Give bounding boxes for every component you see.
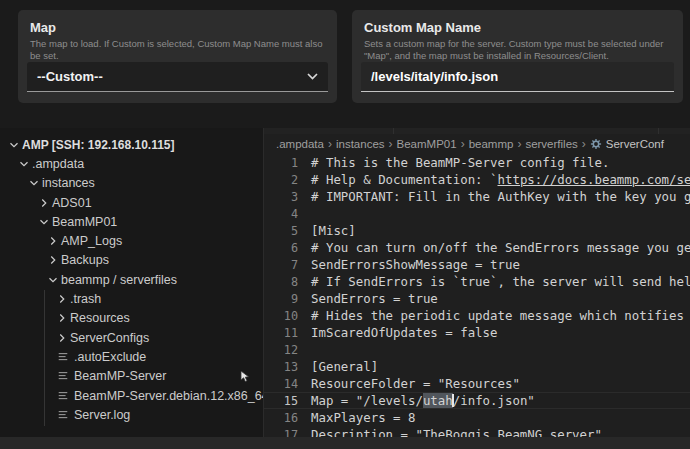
breadcrumb-item[interactable]: instances [336, 138, 385, 150]
tree-item-beammp-server[interactable]: BeamMP-Server [0, 367, 263, 386]
line-number: 17 [264, 428, 298, 438]
gear-icon [590, 138, 602, 150]
tree-item-instances[interactable]: instances [0, 174, 263, 193]
tree-item-label: AMP_Logs [61, 234, 122, 248]
code-line[interactable]: 16MaxPlayers = 8 [264, 409, 690, 426]
breadcrumb-separator-icon: › [582, 137, 586, 151]
code-line[interactable]: 3# IMPORTANT: Fill in the AuthKey with t… [264, 188, 690, 205]
tree-item-label: beammp / serverfiles [61, 273, 177, 287]
code-text: SendErrorsShowMessage = true [311, 257, 520, 272]
code-line[interactable]: 14ResourceFolder = "Resources" [264, 375, 690, 392]
breadcrumb-item[interactable]: serverfiles [525, 138, 577, 150]
line-number: 9 [264, 292, 298, 306]
chevron-right-icon[interactable] [54, 310, 70, 326]
code-line[interactable]: 6# You can turn on/off the SendErrors me… [264, 239, 690, 256]
line-number: 1 [264, 156, 298, 170]
code-line[interactable]: 5[Misc] [264, 222, 690, 239]
tree-item-serverconfigs[interactable]: ServerConfigs [0, 328, 263, 347]
tree-item-amp-root[interactable]: AMP [SSH: 192.168.10.115] [0, 135, 263, 154]
tree-item-label: AMP [SSH: 192.168.10.115] [22, 138, 175, 152]
code-line[interactable]: 10# Hides the periodic update message wh… [264, 307, 690, 324]
custom-map-name-input[interactable]: /levels/italy/info.json [361, 62, 674, 92]
breadcrumb-separator-icon: › [328, 137, 332, 151]
file-explorer: AMP [SSH: 192.168.10.115] .ampdata insta… [0, 128, 263, 437]
code-post: /info.json" [453, 393, 535, 408]
chevron-down-icon[interactable] [26, 175, 42, 191]
breadcrumb-separator-icon: › [461, 137, 465, 151]
tree-item-resources[interactable]: Resources [0, 309, 263, 328]
tree-item-trash[interactable]: .trash [0, 289, 263, 308]
tree-item-ampdata[interactable]: .ampdata [0, 154, 263, 173]
tree-item-server-log[interactable]: Server.log [0, 405, 263, 424]
code-line[interactable]: 1# This is the BeamMP-Server config file… [264, 154, 690, 171]
tree-item-label: .trash [70, 292, 101, 306]
mouse-pointer-icon [240, 371, 250, 386]
tree-item-label: BeamMP-Server [74, 369, 166, 383]
chevron-right-icon[interactable] [54, 330, 70, 346]
code-text: Description = "TheBoggis BeamNG server" [311, 427, 602, 437]
code-text: # Help & Documentation: `https://docs.be… [311, 172, 690, 187]
map-setting-card: Map The map to load. If Custom is select… [18, 10, 337, 103]
line-number: 15 [264, 394, 298, 408]
breadcrumb-separator-icon: › [517, 137, 521, 151]
line-number: 11 [264, 326, 298, 340]
line-number: 6 [264, 241, 298, 255]
chevron-down-icon[interactable] [16, 156, 32, 172]
tree-item-beammp-server-debian[interactable]: BeamMP-Server.debian.12.x86_64 [0, 386, 263, 405]
line-number: 13 [264, 360, 298, 374]
chevron-right-icon[interactable] [45, 233, 61, 249]
breadcrumb-item[interactable]: BeamMP01 [397, 138, 457, 150]
tree-item-label: BeamMP-Server.debian.12.x86_64 [74, 389, 263, 403]
code-line[interactable]: 12 [264, 341, 690, 358]
chevron-down-icon[interactable] [45, 272, 61, 288]
code-line[interactable]: 4 [264, 205, 690, 222]
chevron-down-icon[interactable] [36, 214, 52, 230]
breadcrumb-separator-icon: › [389, 137, 393, 151]
editor-pane: .ampdata › instances › BeamMP01 › beammp… [263, 128, 690, 437]
code-text: # You can turn on/off the SendErrors mes… [311, 240, 690, 255]
code-line-current[interactable]: 15Map = "/levels/utah/info.json" [264, 392, 690, 409]
breadcrumb-item[interactable]: .ampdata [276, 138, 324, 150]
code-line[interactable]: 13[General] [264, 358, 690, 375]
map-setting-title: Map [30, 20, 325, 35]
chevron-right-icon[interactable] [36, 195, 52, 211]
code-line[interactable]: 9SendErrors = true [264, 290, 690, 307]
line-number: 2 [264, 173, 298, 187]
tree-item-autoexclude[interactable]: .autoExclude [0, 347, 263, 366]
line-number: 16 [264, 411, 298, 425]
code-text: # This is the BeamMP-Server config file. [311, 155, 609, 170]
breadcrumb-file[interactable]: ServerConf [590, 138, 664, 150]
code-link[interactable]: https://docs.beammp.com/se [498, 172, 690, 187]
line-number: 10 [264, 309, 298, 323]
map-setting-description: The map to load. If Custom is selected, … [30, 38, 325, 61]
code-text: [Misc] [311, 223, 356, 238]
map-select[interactable]: --Custom-- [27, 62, 328, 92]
tree-item-amp-logs[interactable]: AMP_Logs [0, 231, 263, 250]
chevron-down-icon[interactable] [6, 137, 22, 153]
code-line[interactable]: 2# Help & Documentation: `https://docs.b… [264, 171, 690, 188]
tree-item-label: BeamMP01 [52, 215, 117, 229]
selected-text: utah [423, 393, 453, 408]
file-icon [57, 370, 70, 383]
code-text: MaxPlayers = 8 [311, 410, 415, 425]
code-line[interactable]: 17Description = "TheBoggis BeamNG server… [264, 426, 690, 437]
tree-item-beammp-serverfiles[interactable]: beammp / serverfiles [0, 270, 263, 289]
tree-item-ads01[interactable]: ADS01 [0, 193, 263, 212]
tree-item-backups[interactable]: Backups [0, 251, 263, 270]
code-pre: Map = "/levels/ [311, 393, 423, 408]
breadcrumb-item[interactable]: beammp [469, 138, 514, 150]
line-number: 12 [264, 343, 298, 357]
file-icon [57, 350, 70, 363]
line-number: 3 [264, 190, 298, 204]
tree-item-beammp01[interactable]: BeamMP01 [0, 212, 263, 231]
map-select-value: --Custom-- [37, 69, 103, 84]
tree-item-label: Backups [61, 253, 109, 267]
chevron-right-icon[interactable] [54, 291, 70, 307]
chevron-right-icon[interactable] [45, 252, 61, 268]
code-line[interactable]: 11ImScaredOfUpdates = false [264, 324, 690, 341]
code-line[interactable]: 7SendErrorsShowMessage = true [264, 256, 690, 273]
line-number: 7 [264, 258, 298, 272]
code-line[interactable]: 8# If SendErrors is `true`, the server w… [264, 273, 690, 290]
code-area[interactable]: 1# This is the BeamMP-Server config file… [264, 154, 690, 437]
custom-map-name-value: /levels/italy/info.json [371, 69, 498, 84]
